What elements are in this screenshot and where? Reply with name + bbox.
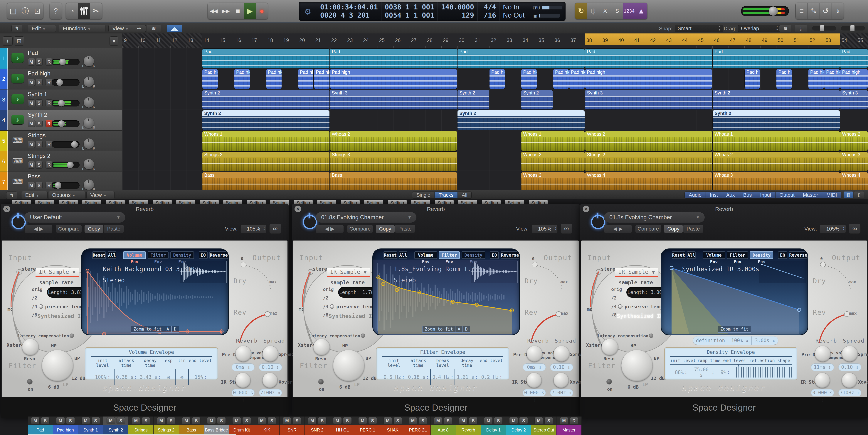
track-m-button[interactable]: M [28,120,35,127]
mixer-menu-view[interactable]: View▾ [86,191,115,199]
preserve-length-led[interactable] [39,304,43,309]
track-pan-knob[interactable] [84,118,94,128]
channel-drum-kit[interactable]: MSDrum Kit [229,416,254,435]
channel-s-button[interactable]: S [167,417,175,424]
reflection-shape-graphic[interactable] [736,367,792,377]
tab-eq[interactable]: EQ [490,252,499,259]
track-header-pad-high[interactable]: 2♪Pad highMSRLR [0,69,122,89]
master-volume-slider[interactable] [741,6,789,16]
rate-tick-1[interactable]: /2 [32,295,37,301]
mixer-scrollbar[interactable] [28,434,236,435]
region-strings-3[interactable]: Strings 3 [330,152,457,171]
channel-m-button[interactable]: M [409,417,417,424]
track-volume-slider[interactable] [52,141,80,148]
add-track-button[interactable]: + [3,36,12,46]
channel-m-button[interactable]: M [383,417,392,424]
rate-tick-3[interactable]: /8 [611,312,617,317]
pre-dly-value[interactable]: 0ms ⇕ [523,364,546,371]
region-pad-high[interactable]: Pad high [776,69,792,89]
channel-m-button[interactable]: M [484,417,493,424]
xover-knob[interactable] [262,373,278,388]
ir-sample-button[interactable]: IR Sample ▼ [327,268,370,277]
filter-output[interactable]: Output [775,192,799,198]
pre-dly-value[interactable]: 11ms ⇕ [811,364,834,371]
channel-m-button[interactable]: M [358,417,367,424]
list-editors-icon[interactable]: ≡ [796,3,808,19]
zoom-a-button[interactable]: A [455,326,463,332]
region-pad-high[interactable]: Pad high [808,69,824,89]
channel-m-button[interactable]: M [207,417,216,424]
track-m-button[interactable]: M [28,99,35,107]
rate-tick-2[interactable]: /4 [611,304,617,309]
region-pad[interactable]: Pad [203,48,330,68]
region-pad[interactable]: Pad [713,48,840,68]
track-header-synth-2[interactable]: 4♪Synth 2MSRLR [0,110,122,131]
region-pad-high[interactable]: Pad high [553,69,568,89]
ir-sample-button[interactable]: IR Sample ▼ [615,268,658,277]
channel-s-button[interactable]: S [242,417,251,424]
tuner-icon[interactable]: ψ [587,3,599,19]
inspector-icon[interactable]: ⓘ [19,3,31,19]
preset-prev-next[interactable]: ◀ ▶ [316,225,344,233]
track-r-button[interactable]: R [45,161,53,169]
value-attack-time[interactable]: 0.18 s▴▾ [406,369,430,385]
track-s-button[interactable]: S [35,79,42,86]
spread-knob[interactable] [554,346,569,362]
value-ramp-time[interactable]: 75.00 s▴▾ [692,365,714,380]
space-designer-window-2[interactable]: ✕Reverb01.8s Evolving Chamber▼◀ ▶Compare… [292,204,580,418]
value-reflection-shape[interactable] [736,365,792,380]
envelope-graph[interactable] [82,260,228,335]
filter-input[interactable]: Input [756,192,775,198]
channel-s-button[interactable]: S [343,417,352,424]
channel-perc-2l[interactable]: MSPERC 2L [405,416,431,435]
synthesized-ir-button[interactable]: Synthesized IR [617,313,663,319]
channel-s-button[interactable]: S [142,417,150,424]
compare-button[interactable]: Compare [635,225,661,233]
viewmode-all[interactable]: All [458,192,471,198]
track-volume-slider[interactable] [52,100,80,106]
spread-knob[interactable] [262,346,278,362]
value-end-level[interactable]: 0.2 Hz▴▾ [479,369,503,385]
tab-reset[interactable]: Reset [383,252,397,259]
channel-aux-8[interactable]: MSAux 8 [431,416,456,435]
channel-snr[interactable]: MSSNR [280,416,305,435]
channel-m-button[interactable]: M [534,417,543,424]
region-pad-high[interactable]: Pad high [314,69,329,89]
view-zoom-dropdown[interactable]: 105%▴▾ [820,225,846,233]
channel-perc-1[interactable]: MSPERC 1 [355,416,380,435]
region-pad-high[interactable]: Pad high [203,69,218,89]
definition-row[interactable]: definition100% ⇕3.00s ⇕ [693,336,778,344]
quickhelp-icon[interactable]: ◔ [66,3,78,19]
tab-volume-env[interactable]: Volume Env [414,252,437,259]
compare-button[interactable]: Compare [347,225,373,233]
flex-icon[interactable]: ≋ [147,25,161,32]
help-icon[interactable]: ? [50,3,62,19]
channel-m-button[interactable]: M [157,417,165,424]
zoom-to-fit-label[interactable]: Zoom to fit [423,326,455,332]
browsers-icon[interactable]: ♪ [832,3,844,19]
channel-pad[interactable]: MSPad [28,416,53,435]
cycle-icon[interactable]: ↻ [575,3,587,19]
track-volume-slider[interactable] [52,120,80,127]
region-synth-3[interactable]: Synth 3 [585,90,712,109]
track-header-synth-1[interactable]: 3♪Synth 1MSRLR [0,90,122,110]
track-r-button[interactable]: R [45,79,53,86]
channel-stereo-out[interactable]: MSStereo Out [531,416,556,435]
ir-start-value[interactable]: 0.000 s ⇕ [523,389,546,396]
channel-pad-high[interactable]: MSPad high [53,416,78,435]
region-pad-high[interactable]: Pad high [298,69,313,89]
paste-button[interactable]: Paste [103,225,124,233]
region-whoas-3[interactable]: Whoas 3 [521,172,585,192]
reso-knob[interactable] [313,339,330,355]
region-bass[interactable]: Bass [203,172,330,192]
value-init-level[interactable]: 88%▴▾ [670,365,692,380]
value-init-level[interactable]: 0.6 Hz▴▾ [382,369,406,385]
rate-tick-0[interactable]: orig [611,287,622,292]
channel-s-button[interactable]: S [444,417,452,424]
definition-percent[interactable]: 100% ⇕ [728,336,752,344]
stop-button[interactable]: ■ [232,3,244,19]
horizontal-zoom-slider[interactable] [841,26,865,31]
channel-m-button[interactable]: M [333,417,342,424]
filter-aux[interactable]: Aux [722,192,739,198]
region-synth-2[interactable]: Synth 2 [203,110,330,130]
